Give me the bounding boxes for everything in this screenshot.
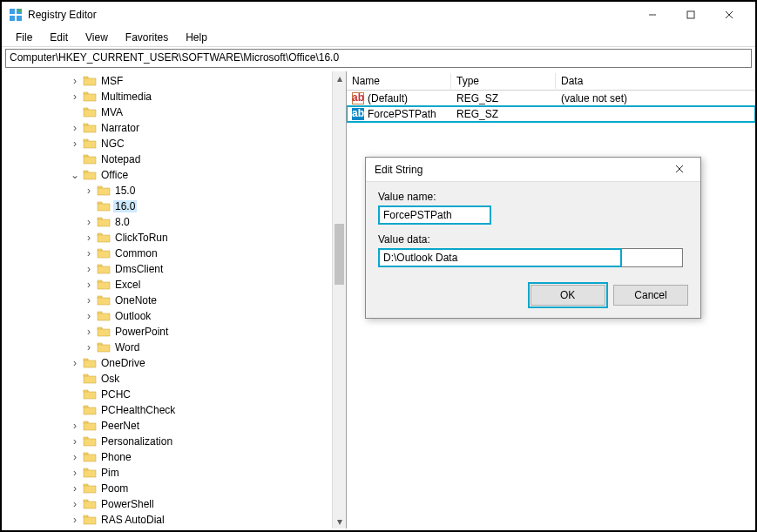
tree-vertical-scrollbar[interactable]: ▴ ▾ — [332, 71, 346, 529]
expander-icon[interactable]: › — [70, 138, 80, 150]
tree-node[interactable]: ›Common — [2, 246, 346, 261]
tree-node[interactable]: PCHC — [2, 387, 346, 402]
tree-node[interactable]: ›Poom — [2, 481, 346, 496]
list-row[interactable]: ab(Default)REG_SZ(value not set) — [347, 91, 755, 106]
tree-node[interactable]: Notepad — [2, 152, 346, 167]
tree-node[interactable]: ›Multimedia — [2, 89, 346, 104]
scroll-down-arrow[interactable]: ▾ — [333, 515, 346, 529]
cancel-button[interactable]: Cancel — [613, 285, 688, 306]
tree-node[interactable]: ›DmsClient — [2, 261, 346, 277]
menu-file[interactable]: File — [7, 30, 41, 45]
svg-rect-9 — [84, 77, 88, 78]
svg-rect-29 — [84, 390, 88, 392]
tree-node[interactable]: Osk — [2, 371, 346, 387]
svg-rect-31 — [84, 421, 88, 423]
value-data: (value not set) — [556, 92, 755, 104]
expander-icon[interactable]: › — [84, 326, 94, 338]
tree-label: Poom — [99, 482, 130, 495]
column-name[interactable]: Name — [347, 73, 451, 89]
expander-icon[interactable]: › — [84, 185, 94, 197]
dialog-close-button[interactable] — [667, 164, 692, 176]
tree-node[interactable]: ›Narrator — [2, 120, 346, 136]
list-row[interactable]: abForcePSTPathREG_SZ — [347, 106, 755, 122]
tree-node[interactable]: ›RAS AutoDial — [2, 512, 346, 528]
menu-view[interactable]: View — [77, 30, 117, 45]
tree-node[interactable]: ›MSF — [2, 73, 346, 89]
tree-label: Office — [99, 169, 130, 181]
tree-node[interactable]: MVA — [2, 104, 346, 120]
expander-icon[interactable]: › — [70, 91, 80, 103]
tree-node[interactable]: ›Outlook — [2, 308, 346, 324]
tree-label: PowerPoint — [113, 326, 170, 338]
expander-icon[interactable]: › — [70, 498, 80, 510]
tree-node[interactable]: ›Phone — [2, 449, 346, 465]
expander-icon[interactable]: › — [84, 232, 94, 244]
tree-node[interactable]: ›OneNote — [2, 293, 346, 308]
close-button[interactable] — [710, 3, 748, 27]
expander-icon[interactable]: › — [84, 279, 94, 291]
svg-rect-35 — [84, 484, 88, 486]
values-list[interactable]: ab(Default)REG_SZ(value not set)abForceP… — [347, 91, 755, 122]
tree-node[interactable]: ›OneDrive — [2, 355, 346, 371]
svg-rect-22 — [98, 280, 102, 282]
value-name: ForcePSTPath — [368, 108, 436, 120]
tree-node[interactable]: ›PowerPoint — [2, 324, 346, 340]
tree-node[interactable]: ›8.0 — [2, 214, 346, 230]
tree-node[interactable]: ›PeerNet — [2, 418, 346, 434]
tree-node[interactable]: ›15.0 — [2, 183, 346, 199]
expander-icon[interactable]: › — [84, 263, 94, 275]
expander-icon[interactable]: › — [70, 357, 80, 369]
menu-edit[interactable]: Edit — [41, 30, 77, 45]
minimize-button[interactable] — [633, 3, 672, 27]
value-data-field[interactable]: D:\Outlook Data — [378, 248, 622, 267]
tree-node[interactable]: ›Excel — [2, 277, 346, 293]
column-type[interactable]: Type — [451, 73, 556, 89]
scroll-up-arrow[interactable]: ▴ — [333, 71, 346, 85]
expander-icon[interactable]: › — [84, 247, 94, 259]
expander-icon[interactable]: › — [84, 216, 94, 228]
expander-icon[interactable]: › — [70, 514, 80, 526]
column-data[interactable]: Data — [556, 73, 755, 89]
svg-rect-19 — [98, 233, 102, 235]
expander-icon[interactable]: › — [70, 122, 80, 134]
edit-string-dialog: Edit String Value name: ForcePSTPath Val… — [365, 157, 701, 319]
ok-button[interactable]: OK — [531, 285, 605, 306]
expander-icon[interactable]: › — [84, 341, 94, 354]
scrollbar-thumb[interactable] — [335, 224, 344, 285]
svg-text:ab: ab — [352, 92, 364, 104]
menu-help[interactable]: Help — [177, 30, 216, 45]
expander-icon[interactable]: › — [70, 420, 80, 432]
expander-icon[interactable]: ⌄ — [70, 169, 80, 181]
svg-rect-37 — [84, 515, 88, 517]
tree-node[interactable]: ›ClickToRun — [2, 230, 346, 246]
svg-rect-30 — [84, 406, 88, 407]
expander-icon[interactable]: › — [84, 310, 94, 322]
tree-label: DmsClient — [113, 263, 165, 275]
expander-icon[interactable]: › — [70, 75, 80, 87]
value-name-label: Value name: — [378, 191, 688, 203]
menu-favorites[interactable]: Favorites — [117, 30, 177, 45]
expander-icon[interactable]: › — [70, 482, 80, 495]
menubar: File Edit View Favorites Help — [2, 28, 755, 47]
value-data-field-tail[interactable] — [622, 248, 683, 267]
tree-node[interactable]: PCHealthCheck — [2, 402, 346, 418]
svg-rect-12 — [84, 124, 88, 125]
svg-rect-23 — [98, 296, 102, 298]
expander-icon[interactable]: › — [70, 467, 80, 479]
expander-icon[interactable]: › — [84, 294, 94, 306]
tree-node[interactable]: ›Personalization — [2, 434, 346, 449]
tree-node[interactable]: ›PowerShell — [2, 496, 346, 512]
tree-node[interactable]: ›NGC — [2, 136, 346, 152]
value-name-field[interactable]: ForcePSTPath — [378, 205, 491, 225]
tree-node[interactable]: ⌄Office — [2, 167, 346, 183]
registry-tree[interactable]: ›MSF›Multimedia MVA›Narrator›NGC Notepad… — [2, 73, 346, 528]
svg-rect-21 — [98, 265, 102, 266]
svg-rect-14 — [84, 155, 88, 157]
expander-icon[interactable]: › — [70, 451, 80, 463]
tree-node[interactable]: ›Word — [2, 340, 346, 355]
tree-node[interactable]: ›Pim — [2, 465, 346, 481]
expander-icon[interactable]: › — [70, 435, 80, 448]
maximize-button[interactable] — [672, 3, 710, 27]
address-bar[interactable]: Computer\HKEY_CURRENT_USER\SOFTWARE\Micr… — [5, 49, 752, 68]
tree-node[interactable]: 16.0 — [2, 199, 346, 214]
